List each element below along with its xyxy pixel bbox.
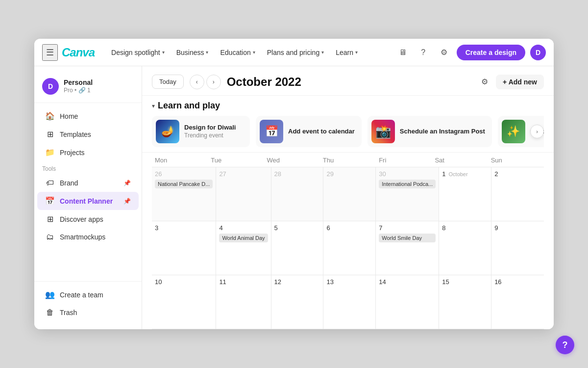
dow-fri: Fri bbox=[376, 157, 432, 164]
content-area: Today ‹ › October 2022 ⚙ + Add new ▾ Lea… bbox=[142, 66, 554, 329]
calendar-cell[interactable]: 30 International Podca... bbox=[376, 167, 439, 221]
sidebar-item-label: Brand bbox=[60, 179, 78, 187]
nav-business[interactable]: Business ▾ bbox=[172, 46, 214, 59]
sidebar-item-label: Home bbox=[60, 112, 78, 120]
sidebar-bottom: 👥 Create a team 🗑 Trash bbox=[34, 281, 142, 321]
display-icon-button[interactable]: 🖥 bbox=[395, 45, 411, 60]
cal-date: 4 bbox=[219, 224, 268, 232]
nav-education[interactable]: Education ▾ bbox=[215, 46, 260, 59]
lp-card-title: Schedule an Instagram Post bbox=[400, 128, 485, 136]
sidebar-item-home[interactable]: 🏠 Home bbox=[37, 107, 139, 125]
calendar-cell[interactable]: 3 bbox=[152, 221, 216, 275]
main-body: D Personal Pro • 🔗 1 🏠 Home ⊞ Templates … bbox=[34, 66, 554, 329]
sidebar-item-create-team[interactable]: 👥 Create a team bbox=[37, 286, 139, 304]
calendar-cell[interactable]: 6 bbox=[323, 221, 376, 275]
nav-plans-pricing[interactable]: Plans and pricing ▾ bbox=[262, 46, 329, 59]
lp-card-title: Design for Diwali bbox=[184, 124, 236, 132]
sidebar-item-brand[interactable]: 🏷 Brand 📌 bbox=[37, 174, 139, 192]
cal-date: 16 bbox=[494, 278, 541, 286]
calendar-grid-container: Mon Tue Wed Thu Fri Sat Sun 26 National … bbox=[142, 153, 554, 329]
calendar-cell[interactable]: 13 bbox=[323, 275, 376, 329]
lp-card-add-event[interactable]: 📅 Add event to calendar bbox=[256, 116, 362, 147]
learn-play-header[interactable]: ▾ Learn and play bbox=[152, 101, 544, 111]
templates-icon: ⊞ bbox=[45, 130, 55, 139]
user-avatar[interactable]: D bbox=[530, 45, 546, 60]
lp-card-diwali[interactable]: 🪔 Design for Diwali Trending event bbox=[152, 116, 250, 147]
dow-thu: Thu bbox=[320, 157, 376, 164]
topnav-actions: 🖥 ? ⚙ Create a design D bbox=[395, 45, 546, 60]
calendar-cell[interactable]: 9 bbox=[491, 221, 544, 275]
pin-icon: 📌 bbox=[123, 180, 131, 186]
calendar-event[interactable]: World Animal Day bbox=[219, 234, 268, 242]
create-design-button[interactable]: Create a design bbox=[457, 45, 525, 60]
calendar-header: Today ‹ › October 2022 ⚙ + Add new bbox=[142, 66, 554, 96]
sidebar-item-content-planner[interactable]: 📅 Content Planner 📌 bbox=[37, 192, 139, 210]
lp-card-image: 🪔 bbox=[156, 120, 179, 143]
calendar-cell[interactable]: 2 bbox=[491, 167, 544, 221]
calendar-event[interactable]: National Pancake D... bbox=[155, 180, 213, 188]
lp-card-instagram[interactable]: 📸 Schedule an Instagram Post bbox=[368, 116, 492, 147]
dow-mon: Mon bbox=[152, 157, 208, 164]
sidebar-item-label: Trash bbox=[60, 309, 77, 316]
calendar-cell[interactable]: 16 bbox=[491, 275, 544, 329]
sidebar-item-smartmockups[interactable]: 🗂 Smartmockups bbox=[37, 228, 139, 246]
calendar-cell[interactable]: 28 bbox=[271, 167, 324, 221]
nav-design-spotlight[interactable]: Design spotlight ▾ bbox=[106, 46, 170, 59]
lp-card-image: 📅 bbox=[260, 120, 283, 143]
nav-learn[interactable]: Learn ▾ bbox=[331, 46, 363, 59]
calendar-cell[interactable]: 10 bbox=[152, 275, 216, 329]
lp-card-title: Add event to calendar bbox=[288, 128, 355, 136]
calendar-event[interactable]: World Smile Day bbox=[379, 234, 436, 242]
calendar-cell[interactable]: 14 bbox=[376, 275, 439, 329]
brand-icon: 🏷 bbox=[45, 179, 55, 187]
calendar-cell[interactable]: 1 October bbox=[439, 167, 491, 221]
calendar-cell[interactable]: 4 World Animal Day bbox=[216, 221, 271, 275]
calendar-cell[interactable]: 5 bbox=[271, 221, 324, 275]
hamburger-button[interactable]: ☰ bbox=[42, 44, 58, 61]
home-icon: 🏠 bbox=[45, 111, 55, 121]
smartmockups-icon: 🗂 bbox=[45, 233, 55, 241]
today-button[interactable]: Today bbox=[152, 75, 184, 89]
calendar-cell[interactable]: 26 National Pancake D... bbox=[152, 167, 216, 221]
prev-month-button[interactable]: ‹ bbox=[190, 75, 204, 89]
main-nav: Design spotlight ▾ Business ▾ Education … bbox=[106, 46, 391, 59]
lp-cards-next-button[interactable]: › bbox=[530, 125, 544, 138]
sidebar-item-label: Content Planner bbox=[60, 197, 113, 205]
create-team-icon: 👥 bbox=[45, 290, 55, 299]
help-button[interactable]: ? bbox=[556, 336, 574, 354]
content-planner-icon: 📅 bbox=[45, 196, 55, 206]
help-icon-button[interactable]: ? bbox=[416, 45, 431, 60]
calendar-cell[interactable]: 8 bbox=[439, 221, 491, 275]
cal-date: 1 bbox=[442, 170, 445, 178]
cal-date: 29 bbox=[326, 170, 372, 178]
dow-tue: Tue bbox=[208, 157, 264, 164]
nav-arrows: ‹ › bbox=[190, 75, 221, 89]
sidebar-user[interactable]: D Personal Pro • 🔗 1 bbox=[34, 74, 142, 103]
add-new-button[interactable]: + Add new bbox=[496, 75, 544, 89]
filter-button[interactable]: ⚙ bbox=[478, 74, 491, 89]
sidebar-item-discover-apps[interactable]: ⊞ Discover apps bbox=[37, 210, 139, 228]
sidebar-item-templates[interactable]: ⊞ Templates bbox=[37, 125, 139, 143]
calendar-cell[interactable]: 15 bbox=[439, 275, 491, 329]
sidebar-item-label: Create a team bbox=[60, 291, 103, 299]
calendar-cell[interactable]: 29 bbox=[323, 167, 376, 221]
sidebar-item-label: Projects bbox=[60, 149, 85, 157]
sidebar-item-trash[interactable]: 🗑 Trash bbox=[37, 304, 139, 321]
cal-date: 30 bbox=[379, 170, 436, 178]
calendar-cell[interactable]: 7 World Smile Day bbox=[376, 221, 439, 275]
next-month-button[interactable]: › bbox=[206, 75, 221, 89]
cal-date: 8 bbox=[442, 224, 488, 232]
sidebar-user-name: Personal bbox=[64, 78, 93, 87]
calendar-cell[interactable]: 27 bbox=[216, 167, 271, 221]
calendar-cell[interactable]: 11 bbox=[216, 275, 271, 329]
calendar-cell[interactable]: 12 bbox=[271, 275, 324, 329]
sidebar-item-label: Templates bbox=[60, 131, 91, 138]
sidebar-user-meta: Pro • 🔗 1 bbox=[64, 87, 93, 95]
calendar-month-title: October 2022 bbox=[227, 75, 472, 89]
sidebar-item-projects[interactable]: 📁 Projects bbox=[37, 143, 139, 161]
topnav: ☰ Canva Design spotlight ▾ Business ▾ Ed… bbox=[34, 39, 554, 66]
cal-date: 2 bbox=[494, 170, 541, 178]
settings-icon-button[interactable]: ⚙ bbox=[436, 45, 452, 60]
calendar-event[interactable]: International Podca... bbox=[379, 180, 436, 188]
chevron-down-icon: ▾ bbox=[321, 50, 324, 55]
